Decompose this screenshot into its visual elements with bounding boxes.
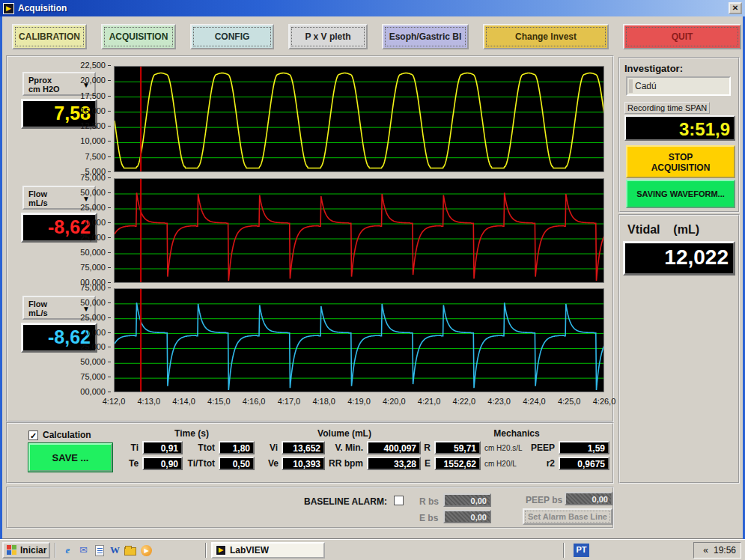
waveform-chart-1 xyxy=(114,178,604,283)
field-display: 0,91 xyxy=(142,441,183,454)
r-bs-label: R bs xyxy=(419,496,439,507)
vtidal-value-display: 12,022 xyxy=(623,241,735,276)
start-button[interactable]: Iniciar xyxy=(2,542,50,559)
time-group: Time (s)Ti0,91Ttot1,80Te0,90Ti/Ttot0,50 xyxy=(129,428,255,470)
investigator-input[interactable]: Cadú xyxy=(626,76,731,96)
x-tick-label: 4:14,0 xyxy=(166,397,202,406)
x-tick-label: 4:17,0 xyxy=(271,397,307,406)
taskbar-separator xyxy=(205,543,207,558)
x-tick-label: 4:12,0 xyxy=(96,397,132,406)
group-title: Volume (mL) xyxy=(268,428,421,439)
field-label-peep: PEEP xyxy=(527,442,557,453)
y-tick-label: 50,000 xyxy=(49,188,111,197)
start-button-label: Iniciar xyxy=(20,545,46,556)
x-tick-label: 4:20,0 xyxy=(376,397,412,406)
field-display: 0,50 xyxy=(219,457,255,470)
vtidal-panel: Vtidal (mL) 12,022 xyxy=(618,214,740,484)
x-tick-label: 4:23,0 xyxy=(481,397,517,406)
field-label-vi: Vi xyxy=(268,442,280,453)
group-title: Time (s) xyxy=(129,428,255,439)
x-tick-label: 4:24,0 xyxy=(516,397,552,406)
y-tick-label: 25,000 xyxy=(49,342,111,351)
document-icon[interactable] xyxy=(93,544,106,557)
y-tick-label: 15,000 xyxy=(49,106,111,115)
system-tray: « 19:56 xyxy=(693,542,741,559)
calculation-checkbox-label: Calculation xyxy=(43,430,91,440)
field-display: 59,71 xyxy=(434,441,481,454)
toolbar-button-esoph-gastric-bl[interactable]: Esoph/Gastric Bl xyxy=(382,24,469,49)
field-display: 400,097 xyxy=(367,441,421,454)
field-display: 1,59 xyxy=(559,441,609,454)
outlook-express-icon[interactable]: ✉ xyxy=(77,544,90,557)
stop-acquisition-button[interactable]: STOP ACQUISITION xyxy=(626,145,735,178)
labview-task-icon: ▶ xyxy=(216,545,226,556)
x-tick-label: 4:18,0 xyxy=(306,397,342,406)
y-tick-label: 10,000 xyxy=(49,136,111,145)
toolbar-button-calibration[interactable]: CALIBRATION xyxy=(12,24,87,49)
set-alarm-baseline-button[interactable]: Set Alarm Base Line xyxy=(523,508,612,525)
peep-bs-display: 0,00 xyxy=(565,492,612,505)
y-tick-label: 00,000 xyxy=(49,387,111,396)
baseline-alarm-checkbox[interactable] xyxy=(394,496,404,505)
field-label-ttot: Ttot xyxy=(184,442,217,453)
baseline-alarm-label: BASELINE ALARM: xyxy=(304,496,387,507)
language-indicator[interactable]: PT xyxy=(574,544,589,557)
x-tick-label: 4:13,0 xyxy=(131,397,167,406)
field-label-ti-ttot: Ti/Ttot xyxy=(184,458,217,469)
x-tick-label: 4:19,0 xyxy=(341,397,377,406)
investigator-panel: Investigator: Cadú Recording time SPAN 3… xyxy=(618,57,740,213)
e-bs-label: E bs xyxy=(419,513,438,523)
field-display: 13,652 xyxy=(282,441,325,454)
field-display: 0,90 xyxy=(142,457,183,470)
x-tick-label: 4:16,0 xyxy=(236,397,272,406)
taskbar-clock: 19:56 xyxy=(714,545,736,556)
field-label-v-min-: V. Min. xyxy=(326,442,365,453)
save-button[interactable]: SAVE ... xyxy=(28,443,112,472)
waveform-chart-2 xyxy=(114,288,604,392)
tray-collapse-icon[interactable]: « xyxy=(703,545,708,556)
taskbar-task-button-labview[interactable]: ▶ LabVIEW xyxy=(211,542,325,559)
channel-unit: mL/s xyxy=(28,198,48,207)
stop-button-line1: STOP xyxy=(669,152,693,162)
folder-icon[interactable] xyxy=(124,544,137,557)
stop-button-line2: ACQUISITION xyxy=(651,162,711,173)
y-tick-label: 25,000 xyxy=(49,313,111,322)
calculation-checkbox[interactable]: ✓ xyxy=(28,430,38,440)
y-tick-label: 50,000 xyxy=(49,298,111,307)
field-display: 1,80 xyxy=(219,441,255,454)
channel-unit: mL/s xyxy=(28,308,48,317)
toolbar-button-change-invest[interactable]: Change Invest xyxy=(483,24,609,49)
field-unit: cm H20.s/L xyxy=(482,444,526,452)
field-display: 0,9675 xyxy=(559,457,609,470)
calculation-checkbox-row: ✓ Calculation xyxy=(28,430,91,440)
recording-time-label: Recording time SPAN xyxy=(624,102,710,114)
volume-group: Volume (mL)Vi13,652V. Min.400,097Ve10,39… xyxy=(268,428,421,470)
r-bs-display: 0,00 xyxy=(443,493,491,507)
internet-explorer-icon[interactable]: e xyxy=(61,544,74,557)
close-icon[interactable]: ✕ xyxy=(729,2,742,14)
toolbar-button-p-x-v-pleth[interactable]: P x V pleth xyxy=(288,24,368,49)
taskbar-separator xyxy=(563,543,565,558)
x-tick-label: 4:26,0 xyxy=(586,397,622,406)
e-bs-display: 0,00 xyxy=(443,510,491,523)
y-tick-label: 50,000 xyxy=(49,357,111,366)
x-tick-label: 4:25,0 xyxy=(551,397,587,406)
toolbar-button-acquisition[interactable]: ACQUISITION xyxy=(101,24,176,49)
y-tick-label: 12,500 xyxy=(49,121,111,130)
vtidal-label: Vtidal (mL) xyxy=(627,223,699,237)
y-tick-label: 75,000 xyxy=(49,372,111,381)
toolbar-button-config[interactable]: CONFIG xyxy=(190,24,274,49)
baseline-alarm-panel: BASELINE ALARM: R bs 0,00 E bs 0,00 PEEP… xyxy=(6,487,614,529)
mechanics-group: MechanicsR59,71cm H20.s/LPEEP1,59E1552,6… xyxy=(424,428,609,470)
field-label-e: E xyxy=(424,458,433,469)
front-panel: CALIBRATIONACQUISITIONCONFIGP x V plethE… xyxy=(0,16,745,539)
taskbar: Iniciar ▶ LabVIEW PT « 19:56 e✉W▶ xyxy=(0,539,745,560)
toolbar-button-quit[interactable]: QUIT xyxy=(623,24,741,49)
field-label-r: R xyxy=(424,442,433,453)
field-label-rr-bpm: RR bpm xyxy=(326,458,365,469)
group-title: Mechanics xyxy=(424,428,609,439)
charts-panel: Pprox cm H2O ▼ 7,58 Flow mL/s ▼ -8,62 Fl… xyxy=(6,55,614,422)
media-player-icon[interactable]: ▶ xyxy=(140,544,153,557)
word-icon[interactable]: W xyxy=(109,544,121,557)
y-tick-label: 17,500 xyxy=(49,91,111,100)
